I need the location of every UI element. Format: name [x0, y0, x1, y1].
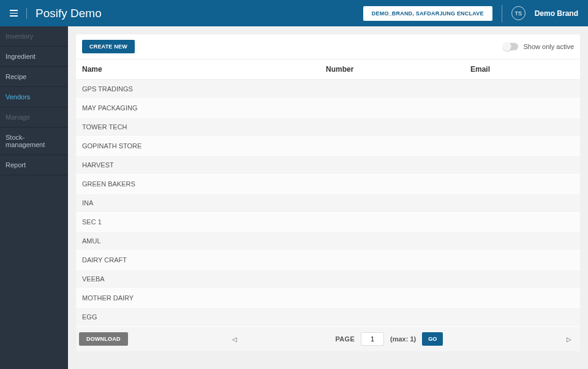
cell-email [470, 256, 574, 264]
divider [502, 5, 502, 22]
cell-number [326, 256, 470, 264]
cell-number [326, 142, 470, 150]
cell-number [326, 275, 470, 283]
column-header-email[interactable]: Email [470, 65, 574, 74]
toolbar-right: Show only active [503, 43, 574, 50]
brand-name: Demo Brand [535, 9, 578, 18]
cell-name: INA [82, 199, 326, 207]
cell-email [470, 104, 574, 112]
max-page-label: (max: 1) [390, 335, 416, 343]
cell-email [470, 161, 574, 169]
cell-name: EGG [82, 313, 326, 321]
table-body: GPS TRADINGS MAY PACKAGING TOWER TECH GO… [76, 80, 580, 327]
cell-email [470, 199, 574, 207]
cell-number [326, 85, 470, 93]
cell-number [326, 123, 470, 131]
cell-number [326, 161, 470, 169]
cell-email [470, 85, 574, 93]
table-header: Name Number Email [76, 59, 580, 80]
cell-name: VEEBA [82, 275, 326, 283]
column-header-name[interactable]: Name [82, 65, 326, 74]
table-row[interactable]: GREEN BAKERS [76, 175, 580, 194]
avatar[interactable]: TS [511, 6, 526, 20]
cell-name: DAIRY CRAFT [82, 256, 326, 264]
next-page-icon[interactable]: ▷ [567, 336, 571, 343]
table-row[interactable]: GOPINATH STORE [76, 137, 580, 156]
cell-name: MOTHER DAIRY [82, 294, 326, 302]
cell-email [470, 313, 574, 321]
sidebar-header-inventory: Inventory [0, 26, 68, 47]
cell-number [326, 199, 470, 207]
cell-number [326, 294, 470, 302]
cell-name: AMUL [82, 237, 326, 245]
column-header-number[interactable]: Number [326, 65, 470, 74]
sidebar-item-report[interactable]: Report [0, 155, 68, 175]
create-new-button[interactable]: CREATE NEW [82, 40, 135, 53]
show-active-label: Show only active [523, 43, 574, 50]
toolbar: CREATE NEW Show only active [76, 34, 580, 59]
divider [26, 8, 27, 19]
cell-email [470, 123, 574, 131]
cell-name: MAY PACKAGING [82, 104, 326, 112]
cell-number [326, 104, 470, 112]
cell-number [326, 313, 470, 321]
download-button[interactable]: DOWNLOAD [79, 332, 128, 346]
table-row[interactable]: DAIRY CRAFT [76, 251, 580, 270]
cell-number [326, 180, 470, 188]
go-button[interactable]: GO [422, 332, 443, 346]
sidebar-header-manage: Manage [0, 107, 68, 127]
sidebar: Inventory Ingredient Recipe Vendors Mana… [0, 26, 68, 369]
table-row[interactable]: HARVEST [76, 156, 580, 175]
cell-number [326, 237, 470, 245]
header-right: DEMO_BRAND, SAFDARJUNG ENCLAVE TS Demo B… [363, 5, 578, 22]
cell-email [470, 275, 574, 283]
table-row[interactable]: MAY PACKAGING [76, 99, 580, 118]
table-row[interactable]: GPS TRADINGS [76, 80, 580, 99]
sidebar-item-ingredient[interactable]: Ingredient [0, 47, 68, 67]
vendors-panel: CREATE NEW Show only active Name Number … [76, 34, 580, 351]
app-header: Posify Demo DEMO_BRAND, SAFDARJUNG ENCLA… [0, 0, 588, 26]
table-row[interactable]: SEC 1 [76, 213, 580, 232]
cell-name: GPS TRADINGS [82, 85, 326, 93]
hamburger-icon[interactable] [10, 7, 18, 19]
table-row[interactable]: TOWER TECH [76, 118, 580, 137]
footer-bar: DOWNLOAD ◁ PAGE (max: 1) GO ▷ [76, 327, 580, 351]
app-title: Posify Demo [36, 7, 102, 20]
cell-email [470, 294, 574, 302]
content: CREATE NEW Show only active Name Number … [68, 26, 588, 369]
cell-email [470, 142, 574, 150]
page-input[interactable] [361, 332, 384, 346]
cell-number [326, 218, 470, 226]
page-label: PAGE [335, 335, 355, 343]
sidebar-item-recipe[interactable]: Recipe [0, 67, 68, 87]
cell-email [470, 237, 574, 245]
cell-name: GOPINATH STORE [82, 142, 326, 150]
table-row[interactable]: AMUL [76, 232, 580, 251]
cell-email [470, 218, 574, 226]
cell-name: SEC 1 [82, 218, 326, 226]
sidebar-item-vendors[interactable]: Vendors [0, 87, 68, 107]
cell-name: HARVEST [82, 161, 326, 169]
prev-page-icon[interactable]: ◁ [232, 336, 237, 343]
table-row[interactable]: VEEBA [76, 270, 580, 289]
show-active-toggle[interactable] [503, 43, 518, 50]
table-row[interactable]: MOTHER DAIRY [76, 289, 580, 308]
sidebar-item-stock-management[interactable]: Stock-management [0, 127, 68, 155]
cell-name: TOWER TECH [82, 123, 326, 131]
table-row[interactable]: EGG [76, 308, 580, 327]
main-layout: Inventory Ingredient Recipe Vendors Mana… [0, 26, 588, 369]
table-row[interactable]: INA [76, 194, 580, 213]
pagination: PAGE (max: 1) GO [335, 332, 443, 346]
cell-email [470, 180, 574, 188]
location-button[interactable]: DEMO_BRAND, SAFDARJUNG ENCLAVE [363, 6, 492, 21]
cell-name: GREEN BAKERS [82, 180, 326, 188]
